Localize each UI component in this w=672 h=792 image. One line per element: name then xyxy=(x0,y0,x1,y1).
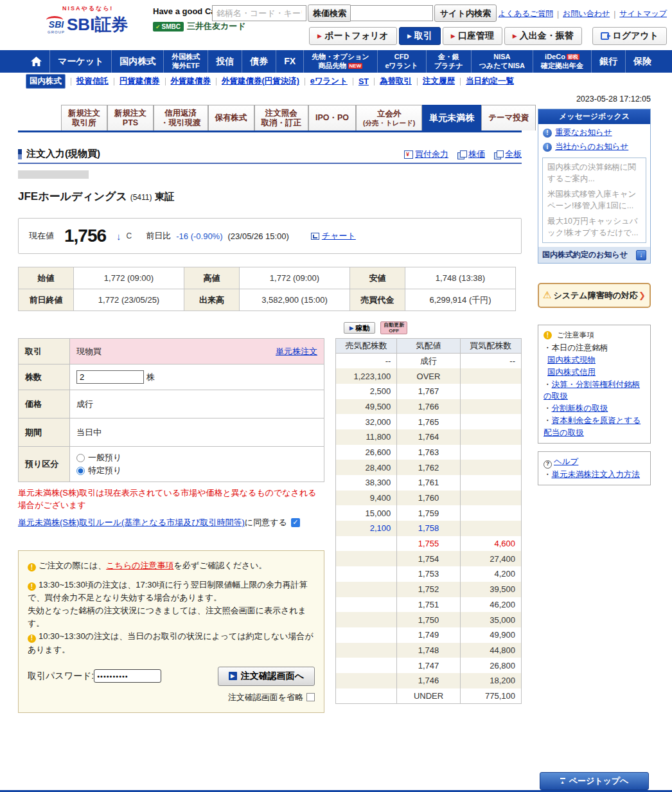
book-price-cell[interactable]: UNDER xyxy=(397,688,460,704)
order-tab-8[interactable]: テーマ投資 xyxy=(481,105,536,130)
page-top-button[interactable]: ▲ ページトップへ xyxy=(540,772,649,790)
subnav-item-1[interactable]: 投資信託 xyxy=(76,76,109,87)
faq-link[interactable]: よくあるご質問 xyxy=(499,8,553,19)
capital-surplus-link[interactable]: 資本剰余金を原資とする配当の取扱 xyxy=(544,416,641,437)
book-price-cell[interactable]: 1,759 xyxy=(397,505,460,521)
trade-rules-link[interactable]: 単元未満株(S株)取引ルール(基準となる市場及び取引時間等) xyxy=(18,517,245,528)
rights-handling-link[interactable]: 決算・分割等権利付銘柄の取扱 xyxy=(544,380,640,401)
contact-link[interactable]: お問い合わせ xyxy=(563,8,610,19)
book-price-cell[interactable]: 1,748 xyxy=(397,643,460,658)
book-price-cell[interactable]: 1,766 xyxy=(397,399,460,415)
tab-trade[interactable]: ▶取引 xyxy=(399,27,441,45)
nav-item-home[interactable] xyxy=(23,50,49,73)
nav-item-7[interactable]: 先物・オプション商品先物NEW xyxy=(303,50,376,73)
important-notice-link[interactable]: 重要なお知らせ xyxy=(555,127,612,138)
subnav-item-3[interactable]: 外貨建債券 xyxy=(171,76,211,87)
subnav-item-7[interactable]: 為替取引 xyxy=(380,76,412,87)
help-link[interactable]: ヘルプ xyxy=(554,457,578,466)
book-price-cell[interactable]: 1,762 xyxy=(397,460,460,475)
trade-password-input[interactable] xyxy=(94,669,161,683)
book-price-cell[interactable]: 1,764 xyxy=(397,429,460,445)
company-notice-link[interactable]: 当社からのお知らせ xyxy=(555,141,628,152)
book-price-cell[interactable]: 1,765 xyxy=(397,414,460,429)
subnav-item-5[interactable]: eワラント xyxy=(310,76,348,87)
book-price-cell[interactable]: 1,749 xyxy=(397,627,460,643)
execution-notice-footer[interactable]: 国内株式約定のお知らせ ↓ xyxy=(538,247,650,263)
skip-confirm-checkbox[interactable] xyxy=(306,693,315,701)
tab-portfolio[interactable]: ▶ポートフォリオ xyxy=(309,27,397,45)
down-arrow-icon[interactable]: ↓ xyxy=(636,250,646,260)
nav-item-10[interactable]: NISAつみたてNISA xyxy=(471,50,533,73)
book-price-cell[interactable]: 1,754 xyxy=(397,551,460,566)
nav-item-5[interactable]: 債券 xyxy=(242,50,276,73)
book-price-cell[interactable]: 1,747 xyxy=(397,658,460,673)
agree-checkbox-checked[interactable]: ✓ xyxy=(291,518,300,527)
order-tab-5[interactable]: IPO・PO xyxy=(308,105,356,130)
stock-search-button[interactable]: 株価検索 xyxy=(308,4,351,22)
nav-item-8[interactable]: CFDeワラント xyxy=(377,50,426,73)
tab-deposit[interactable]: ▶入出金・振替 xyxy=(504,27,582,45)
domestic-margin-link[interactable]: 国内株式信用 xyxy=(544,366,645,379)
domestic-cash-link[interactable]: 国内株式現物 xyxy=(544,354,645,366)
book-price-cell[interactable]: 1,753 xyxy=(397,566,460,582)
book-price-cell[interactable]: 1,767 xyxy=(397,384,460,399)
book-price-cell[interactable]: 成行 xyxy=(397,354,460,369)
nav-item-11[interactable]: iDeCo節税確定拠出年金 xyxy=(533,50,591,73)
order-tab-2[interactable]: 信用返済・現引現渡 xyxy=(154,105,208,130)
deposit-option-general[interactable]: 一般預り xyxy=(76,452,317,464)
stock-search-input[interactable] xyxy=(212,5,306,21)
book-price-cell[interactable]: 1,760 xyxy=(397,491,460,506)
book-price-cell[interactable]: 1,758 xyxy=(397,521,460,536)
book-price-cell[interactable]: 1,755 xyxy=(397,536,460,552)
nav-item-6[interactable]: FX xyxy=(276,50,303,73)
list-item[interactable]: 米国株式移管入庫キャンペーン!移管入庫1回に... xyxy=(547,189,641,212)
full-board-link[interactable]: 全板 xyxy=(505,148,522,160)
auto-update-off-button[interactable]: 自動更新OFF xyxy=(380,321,407,334)
unit-share-order-link[interactable]: 単元株注文 xyxy=(276,346,317,357)
logout-button[interactable]: ログアウト xyxy=(592,27,667,45)
caution-items-link[interactable]: こちらの注意事項 xyxy=(106,561,173,570)
order-tab-4[interactable]: 注文照会取消・訂正 xyxy=(254,105,309,130)
order-tab-1[interactable]: 新規注文PTS xyxy=(107,105,154,130)
system-failure-button[interactable]: ⚠システム障害時の対応 ❯ xyxy=(538,283,651,308)
list-item[interactable]: 最大10万円キャッシュバック!株オプするだけで... xyxy=(547,216,641,239)
subnav-item-2[interactable]: 円貨建債券 xyxy=(119,76,160,87)
quantity-input[interactable] xyxy=(76,370,144,384)
run-button[interactable]: ▶稼動 xyxy=(344,322,375,334)
subnav-item-4[interactable]: 外貨建債券(円貨決済) xyxy=(222,76,299,87)
nav-item-4[interactable]: 投信 xyxy=(208,50,242,73)
subnav-item-0[interactable]: 国内株式 xyxy=(26,74,66,89)
nav-item-9[interactable]: 金・銀プラチナ xyxy=(426,50,471,73)
book-price-cell[interactable]: OVER xyxy=(397,368,460,384)
chart-link[interactable]: チャート xyxy=(322,230,356,242)
order-tab-3[interactable]: 保有株式 xyxy=(208,105,254,130)
nav-item-1[interactable]: マーケット xyxy=(49,50,111,73)
order-tab-7[interactable]: 単元未満株 xyxy=(422,105,481,130)
book-price-cell[interactable]: 1,751 xyxy=(397,597,460,613)
sbi-logo[interactable]: NISAやるなら! SBIGROUP SBI証券 xyxy=(48,4,128,36)
stock-price-link[interactable]: 株価 xyxy=(468,148,485,160)
list-item[interactable]: 国内株式の決算銘柄に関するご案内... xyxy=(547,162,641,184)
subnav-item-6[interactable]: ST xyxy=(358,77,369,86)
split-shares-link[interactable]: 分割新株の取扱 xyxy=(552,404,608,413)
nav-item-3[interactable]: 外国株式海外ETF xyxy=(163,50,208,73)
book-price-cell[interactable]: 1,763 xyxy=(397,445,460,460)
order-confirm-button[interactable]: ▶注文確認画面へ xyxy=(218,667,315,686)
subnav-item-9[interactable]: 当日約定一覧 xyxy=(466,76,514,87)
book-price-cell[interactable]: 1,746 xyxy=(397,673,460,688)
book-price-cell[interactable]: 1,752 xyxy=(397,582,460,597)
order-input-help-link[interactable]: 単元未満株注文入力方法 xyxy=(552,470,641,479)
book-price-cell[interactable]: 1,750 xyxy=(397,612,460,627)
nav-item-13[interactable]: 保険 xyxy=(625,50,659,73)
site-search-input[interactable] xyxy=(350,5,433,21)
order-tab-0[interactable]: 新規注文取引所 xyxy=(61,105,107,130)
deposit-option-specific[interactable]: 特定預り xyxy=(76,465,317,476)
nav-item-2[interactable]: 国内株式 xyxy=(111,50,163,73)
buying-power-link[interactable]: 買付余力 xyxy=(415,148,448,160)
subnav-item-8[interactable]: 注文履歴 xyxy=(423,76,455,87)
book-price-cell[interactable]: 1,761 xyxy=(397,475,460,491)
sitemap-link[interactable]: サイトマップ xyxy=(619,8,667,19)
nav-item-12[interactable]: 銀行 xyxy=(591,50,625,73)
order-tab-6[interactable]: 立会外(分売・トレード) xyxy=(356,105,422,130)
tab-account[interactable]: ▶口座管理 xyxy=(443,27,502,45)
